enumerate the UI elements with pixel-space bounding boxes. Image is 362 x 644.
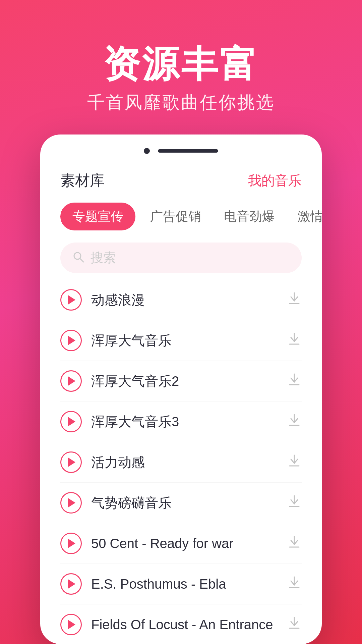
- music-item-left-6: 50 Cent - Ready for war: [60, 533, 287, 554]
- music-item-left-2: 浑厚大气音乐2: [60, 370, 287, 392]
- play-button-5[interactable]: [60, 492, 82, 514]
- download-icon-0[interactable]: [287, 291, 302, 309]
- music-item-left-5: 气势磅礴音乐: [60, 492, 287, 514]
- list-item: 浑厚大气音乐: [60, 320, 302, 361]
- music-item-left-1: 浑厚大气音乐: [60, 330, 287, 351]
- list-item: E.S. Posthumus - Ebla: [60, 564, 302, 604]
- play-icon-5: [68, 498, 75, 507]
- tab-featured[interactable]: 专题宣传: [60, 203, 135, 230]
- music-item-left-0: 动感浪漫: [60, 289, 287, 311]
- header-section: 资源丰富 千首风靡歌曲任你挑选: [0, 0, 362, 135]
- notch-dot: [144, 148, 150, 154]
- music-title-4: 活力动感: [91, 453, 145, 472]
- list-item: 气势磅礴音乐: [60, 483, 302, 523]
- svg-line-1: [80, 259, 83, 262]
- music-title-1: 浑厚大气音乐: [91, 331, 172, 350]
- tab-electronic[interactable]: 电音劲爆: [216, 203, 283, 230]
- music-title-2: 浑厚大气音乐2: [91, 372, 179, 390]
- music-title-6: 50 Cent - Ready for war: [91, 536, 234, 551]
- music-item-left-7: E.S. Posthumus - Ebla: [60, 573, 287, 595]
- list-item: 50 Cent - Ready for war: [60, 523, 302, 564]
- notch-bar: [158, 149, 218, 153]
- search-bar[interactable]: 搜索: [60, 243, 302, 273]
- phone-notch: [40, 145, 322, 161]
- tab-ad[interactable]: 广告促销: [142, 203, 209, 230]
- play-icon-7: [68, 579, 75, 589]
- music-title-0: 动感浪漫: [91, 291, 145, 309]
- download-icon-1[interactable]: [287, 331, 302, 350]
- list-item: 动感浪漫: [60, 280, 302, 320]
- nav-library-title: 素材库: [60, 171, 105, 191]
- tab-epic[interactable]: 激情磅礴: [290, 203, 322, 230]
- list-item: 浑厚大气音乐3: [60, 401, 302, 442]
- play-button-7[interactable]: [60, 573, 82, 595]
- top-nav: 素材库 我的音乐: [60, 171, 302, 191]
- music-item-left-8: Fields Of Locust - An Entrance: [60, 614, 287, 635]
- list-item: Fields Of Locust - An Entrance: [60, 604, 302, 644]
- music-item-left-4: 活力动感: [60, 451, 287, 473]
- phone-content: 素材库 我的音乐 专题宣传 广告促销 电音劲爆 激情磅礴 搜索: [40, 161, 322, 644]
- play-icon-1: [68, 336, 75, 345]
- play-icon-2: [68, 376, 75, 386]
- play-icon-6: [68, 539, 75, 548]
- download-icon-6[interactable]: [287, 534, 302, 552]
- download-icon-2[interactable]: [287, 372, 302, 390]
- sub-title: 千首风靡歌曲任你挑选: [87, 91, 275, 114]
- phone-mockup: 素材库 我的音乐 专题宣传 广告促销 电音劲爆 激情磅礴 搜索: [40, 135, 322, 644]
- play-button-4[interactable]: [60, 451, 82, 473]
- play-icon-0: [68, 295, 75, 305]
- download-icon-7[interactable]: [287, 575, 302, 593]
- nav-my-music-link[interactable]: 我的音乐: [248, 171, 302, 190]
- download-icon-5[interactable]: [287, 494, 302, 512]
- category-tabs: 专题宣传 广告促销 电音劲爆 激情磅礴: [60, 203, 302, 230]
- play-icon-4: [68, 458, 75, 467]
- play-button-1[interactable]: [60, 330, 82, 351]
- play-button-3[interactable]: [60, 411, 82, 432]
- play-button-0[interactable]: [60, 289, 82, 311]
- play-icon-8: [68, 620, 75, 629]
- music-title-8: Fields Of Locust - An Entrance: [91, 617, 273, 632]
- music-title-7: E.S. Posthumus - Ebla: [91, 577, 226, 592]
- play-button-6[interactable]: [60, 533, 82, 554]
- main-title: 资源丰富: [103, 44, 259, 84]
- music-title-3: 浑厚大气音乐3: [91, 413, 179, 431]
- play-button-8[interactable]: [60, 614, 82, 635]
- music-list: 动感浪漫 浑厚大气音乐: [60, 280, 302, 644]
- download-icon-3[interactable]: [287, 413, 302, 431]
- list-item: 活力动感: [60, 442, 302, 483]
- download-icon-8[interactable]: [287, 615, 302, 634]
- list-item: 浑厚大气音乐2: [60, 361, 302, 401]
- music-title-5: 气势磅礴音乐: [91, 494, 172, 512]
- download-icon-4[interactable]: [287, 453, 302, 471]
- search-icon: [72, 251, 84, 265]
- search-placeholder-text: 搜索: [90, 249, 116, 266]
- music-item-left-3: 浑厚大气音乐3: [60, 411, 287, 432]
- play-icon-3: [68, 417, 75, 426]
- play-button-2[interactable]: [60, 370, 82, 392]
